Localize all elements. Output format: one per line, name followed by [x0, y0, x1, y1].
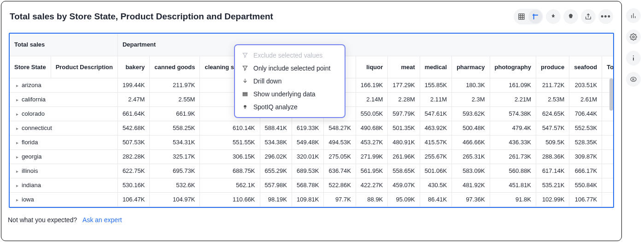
value-cell[interactable]: 661.9K: [150, 106, 200, 121]
metric-header[interactable]: Total sales: [10, 34, 117, 56]
value-cell[interactable]: 551.55K: [200, 135, 260, 149]
state-cell[interactable]: florida: [10, 135, 117, 149]
value-cell[interactable]: 562.1K: [200, 178, 260, 192]
context-menu-item[interactable]: SpotIQ analyze: [235, 100, 345, 113]
value-cell[interactable]: 688.75K: [200, 164, 260, 178]
scrollbar-thumb[interactable]: [609, 78, 613, 111]
value-cell[interactable]: 451.81K: [490, 178, 536, 192]
value-cell[interactable]: 706.44K: [569, 106, 602, 121]
value-cell[interactable]: 522.86K: [324, 178, 356, 192]
value-cell[interactable]: 561.95K: [356, 164, 387, 178]
col-dept[interactable]: pharmacy: [452, 56, 490, 78]
value-cell[interactable]: 199.44K: [117, 78, 149, 92]
state-cell[interactable]: indiana: [10, 178, 117, 192]
col-dept[interactable]: canned goods: [150, 56, 200, 78]
dimension-header[interactable]: Department: [117, 34, 614, 56]
value-cell[interactable]: 2.14M: [356, 92, 387, 106]
value-cell[interactable]: 109.81K: [292, 192, 323, 207]
value-cell[interactable]: 501.35K: [388, 121, 420, 135]
col-total[interactable]: Total sales: [602, 56, 614, 78]
value-cell[interactable]: 95.09K: [388, 192, 420, 207]
value-cell[interactable]: 97.36K: [452, 192, 490, 207]
value-cell[interactable]: 422.27K: [356, 178, 387, 192]
value-cell[interactable]: 155.85K: [420, 78, 451, 92]
value-cell[interactable]: 574.38K: [490, 106, 536, 121]
value-cell[interactable]: 110.66K: [200, 192, 260, 207]
state-cell[interactable]: connecticut: [10, 121, 117, 135]
value-cell[interactable]: 415.57K: [420, 135, 451, 149]
value-cell[interactable]: 534.31K: [150, 135, 200, 149]
value-cell[interactable]: 296.02K: [260, 149, 292, 164]
state-cell[interactable]: colorado: [10, 106, 117, 121]
state-cell[interactable]: georgia: [10, 149, 117, 164]
value-cell[interactable]: 560.88K: [490, 164, 536, 178]
value-cell[interactable]: 309.87K: [569, 149, 602, 164]
share-button[interactable]: [581, 9, 596, 24]
value-cell[interactable]: 180.3K: [452, 78, 490, 92]
value-cell[interactable]: 271.99K: [356, 149, 387, 164]
value-cell[interactable]: 490.68K: [356, 121, 387, 135]
value-cell[interactable]: 463.92K: [420, 121, 451, 135]
view-table-button[interactable]: [515, 10, 528, 24]
context-menu-item[interactable]: Only include selected point: [235, 62, 345, 75]
value-cell[interactable]: 104.97K: [150, 192, 200, 207]
value-cell[interactable]: 547.57K: [536, 121, 569, 135]
value-cell[interactable]: 530.16K: [117, 178, 149, 192]
value-cell[interactable]: 597.79K: [388, 106, 420, 121]
col-dept[interactable]: bakery: [117, 56, 149, 78]
value-cell[interactable]: 430.5K: [420, 178, 451, 192]
value-cell[interactable]: 636.74K: [324, 164, 356, 178]
value-cell[interactable]: 161.09K: [490, 78, 536, 92]
value-cell[interactable]: 2.21M: [490, 92, 536, 106]
value-cell[interactable]: 261.96K: [388, 149, 420, 164]
value-cell[interactable]: 481.92K: [452, 178, 490, 192]
state-cell[interactable]: arizona: [10, 78, 117, 92]
value-cell[interactable]: 550.05K: [356, 106, 387, 121]
value-cell[interactable]: 479.4K: [490, 121, 536, 135]
value-cell[interactable]: 466.66K: [452, 135, 490, 149]
value-cell[interactable]: 86.41K: [420, 192, 451, 207]
value-cell[interactable]: 500.48K: [452, 121, 490, 135]
value-cell[interactable]: 2.61M: [569, 92, 602, 106]
value-cell[interactable]: 557.98K: [260, 178, 292, 192]
value-cell[interactable]: 2.3M: [452, 92, 490, 106]
value-cell[interactable]: 102.99K: [536, 192, 569, 207]
value-cell[interactable]: 534.38K: [260, 135, 292, 149]
value-cell[interactable]: 528.35K: [569, 135, 602, 149]
value-cell[interactable]: 177.29K: [388, 78, 420, 92]
col-dept[interactable]: meat: [388, 56, 420, 78]
value-cell[interactable]: 661.64K: [117, 106, 149, 121]
value-cell[interactable]: 548.27K: [324, 121, 356, 135]
value-cell[interactable]: 2.28M: [388, 92, 420, 106]
settings-rail-button[interactable]: [626, 30, 641, 44]
state-cell[interactable]: iowa: [10, 192, 117, 207]
value-cell[interactable]: 550.84K: [569, 178, 602, 192]
state-cell[interactable]: california: [10, 92, 117, 106]
chart-rail-button[interactable]: [626, 8, 641, 23]
value-cell[interactable]: 501.06K: [420, 164, 451, 178]
value-cell[interactable]: 166.19K: [356, 78, 387, 92]
value-cell[interactable]: 617.14K: [536, 164, 569, 178]
value-cell[interactable]: 2.53M: [536, 92, 569, 106]
value-cell[interactable]: 436.33K: [490, 135, 536, 149]
value-cell[interactable]: 610.14K: [200, 121, 260, 135]
value-cell[interactable]: 211.72K: [536, 78, 569, 92]
value-cell[interactable]: 459.07K: [388, 178, 420, 192]
col-product-desc[interactable]: Product Description: [51, 56, 117, 78]
col-dept[interactable]: photography: [490, 56, 536, 78]
value-cell[interactable]: 106.77K: [569, 192, 602, 207]
value-cell[interactable]: 695.73K: [150, 164, 200, 178]
value-cell[interactable]: 91.8K: [490, 192, 536, 207]
hint-button[interactable]: [563, 9, 578, 24]
value-cell[interactable]: 542.68K: [117, 121, 149, 135]
value-cell[interactable]: 666.17K: [569, 164, 602, 178]
value-cell[interactable]: 320.01K: [292, 149, 323, 164]
value-cell[interactable]: 593.62K: [452, 106, 490, 121]
value-cell[interactable]: 211.97K: [150, 78, 200, 92]
value-cell[interactable]: 655.29K: [260, 164, 292, 178]
value-cell[interactable]: 568.78K: [292, 178, 323, 192]
value-cell[interactable]: 532.6K: [150, 178, 200, 192]
value-cell[interactable]: 588.41K: [260, 121, 292, 135]
value-cell[interactable]: 549.48K: [292, 135, 323, 149]
pin-button[interactable]: [546, 9, 561, 24]
